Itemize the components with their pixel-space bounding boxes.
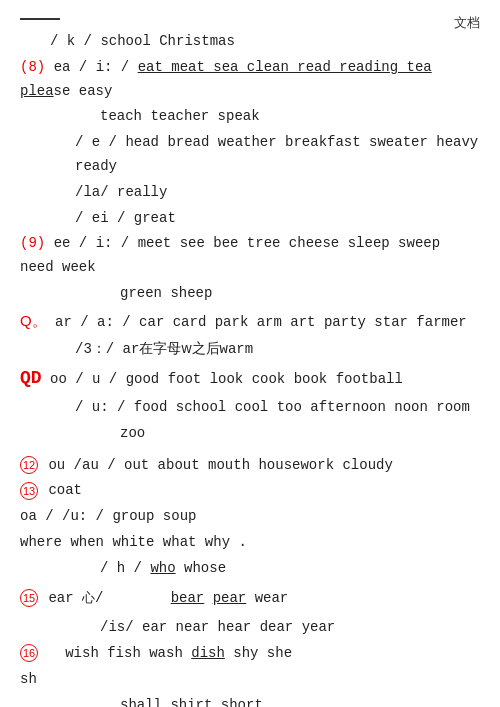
number-16: 16 (20, 644, 38, 662)
oo-text: oo / u / good foot look cook book footba… (50, 371, 403, 387)
ear-text: ear 心/ bear pear wear (48, 590, 288, 606)
sh-text: shall shirt short (120, 697, 263, 707)
number-15: 15 (20, 589, 38, 607)
section-ei: / ei / great (20, 207, 480, 231)
section-8-line2: teach teacher speak (20, 105, 480, 129)
section-la: /la/ really (20, 181, 480, 205)
u-long-text: / u: / food school cool too afternoon no… (75, 399, 470, 415)
k-text: / k / school Christmas (50, 33, 235, 49)
zoo-text: zoo (120, 425, 145, 441)
ar3-text: /3：/ ar在字母w之后warm (75, 341, 253, 357)
section-13: 13 coat (20, 479, 480, 503)
coat-text: coat (48, 482, 82, 498)
section-13-oa: oa / /u: / group soup (20, 505, 480, 529)
doc-label: 文档 (454, 14, 480, 32)
number-12: 12 (20, 456, 38, 474)
ea-text: ea / i: / eat meat sea clean read readin… (20, 59, 432, 99)
section-12: 12 ou /au / out about mouth housework cl… (20, 454, 480, 478)
q-marker: Q。 (20, 312, 47, 329)
section-sh: shall shirt short (20, 694, 480, 707)
e-text: / e / head bread weather breakfast sweat… (75, 134, 478, 174)
section-k: / k / school Christmas (20, 30, 480, 54)
section-16: 16 wish fish wash dish shy she (20, 642, 480, 666)
teach-text: teach teacher speak (100, 108, 260, 124)
section-qd: QD oo / u / good foot look cook book foo… (20, 363, 480, 394)
green-sheep-text: green sheep (120, 285, 212, 301)
section-q: Q。 ar / a: / car card park arm art party… (20, 308, 480, 335)
ee-text: ee / i: / meet see bee tree cheese sleep… (20, 235, 440, 275)
top-line (20, 18, 60, 20)
is-text: /is/ ear near hear dear year (100, 619, 335, 635)
section-ar3: /3：/ ar在字母w之后warm (20, 337, 480, 362)
section-qd-line3: zoo (20, 422, 480, 446)
wish-text: wish fish wash dish shy she (48, 645, 292, 661)
la-text: /la/ really (75, 184, 167, 200)
qd-marker: QD (20, 368, 42, 388)
section-15: 15 ear 心/ bear pear wear (20, 587, 480, 611)
section-is: /is/ ear near hear dear year (20, 616, 480, 640)
section-e: / e / head bread weather breakfast sweat… (20, 131, 480, 179)
oa-text: oa / /u: / group soup (20, 508, 196, 524)
ar-text: ar / a: / car card park arm art party st… (55, 314, 467, 330)
number-9: (9) (20, 235, 45, 251)
section-sh-label: sh (20, 668, 480, 692)
sh-label-text: sh (20, 671, 37, 687)
section-where: where when white what why . (20, 531, 480, 555)
ei-text: / ei / great (75, 210, 176, 226)
section-qd-line2: / u: / food school cool too afternoon no… (20, 396, 480, 420)
h-text: / h / who whose (100, 560, 226, 576)
where-text: where when white what why . (20, 534, 247, 550)
number-8: (8) (20, 59, 45, 75)
section-h: / h / who whose (20, 557, 480, 581)
section-8: (8) ea / i: / eat meat sea clean read re… (20, 56, 480, 104)
section-9: (9) ee / i: / meet see bee tree cheese s… (20, 232, 480, 280)
number-13: 13 (20, 482, 38, 500)
section-9-line2: green sheep (20, 282, 480, 306)
ou-text: ou /au / out about mouth housework cloud… (48, 457, 392, 473)
